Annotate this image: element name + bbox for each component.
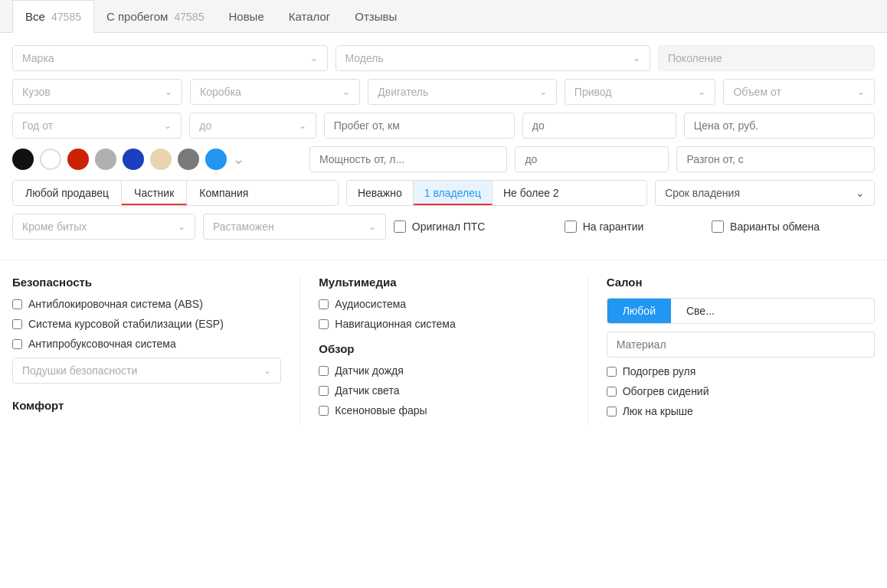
chevron-down-icon: ⌄ <box>539 87 547 97</box>
dvigatel-dropdown[interactable]: Двигатель ⌄ <box>368 79 557 105</box>
chevron-down-icon: ⌄ <box>299 120 306 131</box>
xenon-checkbox[interactable] <box>319 406 329 416</box>
obzor-title: Обзор <box>319 342 568 355</box>
owner-two-button[interactable]: Не более 2 <box>493 181 570 205</box>
bezopasnost-title: Безопасность <box>12 276 281 289</box>
filter-row-5: Любой продавец Частник Компания Неважно … <box>12 180 875 206</box>
chevron-down-icon: ⌄ <box>633 53 640 64</box>
korobka-dropdown[interactable]: Коробка ⌄ <box>190 79 360 105</box>
god-do-dropdown[interactable]: до ⌄ <box>189 113 316 139</box>
color-blue[interactable] <box>123 149 144 170</box>
salon-any-button[interactable]: Любой <box>607 299 671 323</box>
obem-dropdown[interactable]: Объем от ⌄ <box>723 79 875 105</box>
obogrev-sideny-item: Обогрев сидений <box>607 385 875 397</box>
color-white[interactable] <box>40 149 61 170</box>
abs-checkbox[interactable] <box>12 299 22 309</box>
original-pts-checkbox[interactable]: Оригинал ПТС <box>394 220 557 233</box>
multimedia-title: Мультимедиа <box>319 276 568 289</box>
light-sensor-item: Датчик света <box>319 384 568 397</box>
filters-section: Марка ⌄ Модель ⌄ Поколение Кузов ⌄ Короб… <box>0 33 887 260</box>
seller-private-button[interactable]: Частник <box>122 181 187 205</box>
features-section: Безопасность Антиблокировочная система (… <box>0 260 887 437</box>
privod-dropdown[interactable]: Привод ⌄ <box>565 79 716 105</box>
marka-dropdown[interactable]: Марка ⌄ <box>12 45 328 71</box>
chevron-down-icon: ⌄ <box>310 53 318 64</box>
rain-sensor-item: Датчик дождя <box>319 364 568 377</box>
esp-item: Система курсовой стабилизации (ESP) <box>12 318 281 330</box>
owner-any-button[interactable]: Неважно <box>347 181 414 205</box>
owner-toggle-group: Неважно 1 владелец Не более 2 <box>346 180 647 206</box>
tab-reviews[interactable]: Отзывы <box>342 1 409 32</box>
seller-company-button[interactable]: Компания <box>187 181 260 205</box>
nav-checkbox[interactable] <box>319 319 329 329</box>
color-red[interactable] <box>67 149 89 170</box>
salon-svetly-button[interactable]: Све... <box>671 299 730 323</box>
chevron-down-icon: ⌄ <box>698 87 705 97</box>
material-input[interactable] <box>607 332 875 358</box>
salon-toggle: Любой Све... <box>607 298 875 324</box>
color-gray-dark[interactable] <box>178 149 199 170</box>
salon-title: Салон <box>607 276 875 289</box>
tab-all[interactable]: Все 47585 <box>12 0 94 33</box>
chevron-down-icon: ⌄ <box>263 365 271 376</box>
moshnost-do-input[interactable] <box>515 146 669 172</box>
komfort-title: Комфорт <box>12 399 281 412</box>
probeg-ot-input[interactable] <box>324 113 515 139</box>
tabs-bar: Все 47585 С пробегом 47585 Новые Каталог… <box>0 0 887 33</box>
model-dropdown[interactable]: Модель ⌄ <box>335 45 651 71</box>
cena-input[interactable] <box>684 113 875 139</box>
filter-row-3: Год от ⌄ до ⌄ <box>12 113 875 139</box>
filter-row-6: Кроме битых ⌄ Растаможен ⌄ Оригинал ПТС … <box>12 214 875 240</box>
col-salon: Салон Любой Све... Подогрев руля Обогрев… <box>588 276 875 425</box>
podogrev-rulya-item: Подогрев руля <box>607 365 875 377</box>
pokolenie-dropdown[interactable]: Поколение <box>658 45 875 71</box>
varianty-obmena-checkbox[interactable]: Варианты обмена <box>712 220 875 233</box>
kuzov-dropdown[interactable]: Кузов ⌄ <box>12 79 182 105</box>
color-black[interactable] <box>12 149 34 170</box>
god-ot-dropdown[interactable]: Год от ⌄ <box>12 113 182 139</box>
owner-one-button[interactable]: 1 владелец <box>414 181 493 205</box>
lyuk-item: Люк на крыше <box>607 405 875 417</box>
srok-vladeniya-dropdown[interactable]: Срок владения ⌄ <box>655 180 875 206</box>
abs-item: Антиблокировочная система (ABS) <box>12 298 281 310</box>
tab-catalog[interactable]: Каталог <box>277 1 343 32</box>
esp-checkbox[interactable] <box>12 319 22 329</box>
color-beige[interactable] <box>150 149 172 170</box>
chevron-down-icon: ⌄ <box>178 221 185 232</box>
color-sky-blue[interactable] <box>205 149 227 170</box>
chevron-down-icon: ⌄ <box>164 120 172 131</box>
color-more-icon[interactable]: ⌄ <box>233 151 244 168</box>
na-garantii-checkbox[interactable]: На гарантии <box>565 220 704 233</box>
rain-sensor-checkbox[interactable] <box>319 366 329 376</box>
podushki-dropdown[interactable]: Подушки безопасности ⌄ <box>12 358 281 384</box>
col-bezopasnost: Безопасность Антиблокировочная система (… <box>12 276 299 425</box>
col-multimedia: Мультимедиа Аудиосистема Навигационная с… <box>299 276 587 425</box>
chevron-down-icon: ⌄ <box>165 87 172 97</box>
light-sensor-checkbox[interactable] <box>319 386 329 396</box>
audio-checkbox[interactable] <box>319 299 329 309</box>
moshnost-ot-input[interactable] <box>309 146 508 172</box>
filter-row-4: ⌄ <box>12 146 875 172</box>
antiprobuksovka-item: Антипробуксовочная система <box>12 338 281 350</box>
audio-item: Аудиосистема <box>319 298 568 310</box>
xenon-item: Ксеноновые фары <box>319 404 568 416</box>
chevron-down-icon: ⌄ <box>342 87 350 97</box>
color-row: ⌄ <box>12 149 302 170</box>
filter-row-2: Кузов ⌄ Коробка ⌄ Двигатель ⌄ Привод ⌄ О… <box>12 79 875 105</box>
tab-new[interactable]: Новые <box>216 1 276 32</box>
podogrev-rulya-checkbox[interactable] <box>607 367 617 377</box>
rastamozhen-dropdown[interactable]: Растаможен ⌄ <box>203 214 386 240</box>
lyuk-checkbox[interactable] <box>607 407 617 416</box>
razgon-input[interactable] <box>676 146 875 172</box>
chevron-down-icon: ⌄ <box>856 187 865 199</box>
chevron-down-icon: ⌄ <box>368 221 376 232</box>
probeg-do-input[interactable] <box>522 113 676 139</box>
krome-bityx-dropdown[interactable]: Кроме битых ⌄ <box>12 214 195 240</box>
obogrev-sideny-checkbox[interactable] <box>607 387 617 397</box>
nav-item: Навигационная система <box>319 318 568 330</box>
tab-used[interactable]: С пробегом 47585 <box>94 1 216 32</box>
antiprobuksovka-checkbox[interactable] <box>12 339 22 349</box>
color-gray-light[interactable] <box>95 149 116 170</box>
chevron-down-icon: ⌄ <box>857 87 865 97</box>
seller-any-button[interactable]: Любой продавец <box>13 181 122 205</box>
